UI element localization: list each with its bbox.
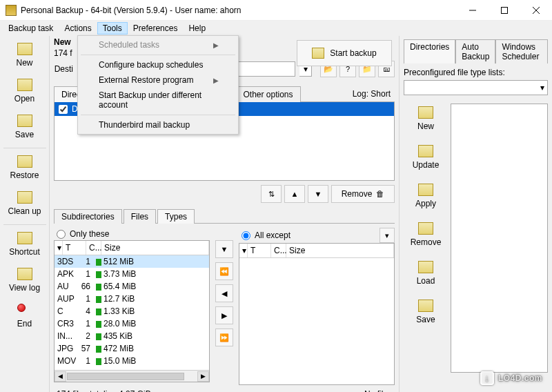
move-up-button[interactable]: ▲ [284,185,305,203]
tab-other-options[interactable]: Other options [235,86,300,102]
save-icon [418,300,433,312]
type-row[interactable]: CR3128.0 MiB [55,317,209,330]
cleanup-icon [17,191,32,204]
horizontal-scrollbar[interactable]: ◀ ▶ [55,370,209,382]
start-backup-icon [312,48,324,59]
type-row[interactable]: IN...2435 KiB [55,330,209,342]
log-label[interactable]: Log: Short [348,86,395,101]
rbtn-load[interactable]: Load [405,258,446,290]
menubar: Backup task Actions Tools Preferences He… [0,21,552,36]
window-title: Personal Backup - 64-bit (Version 5.9.4)… [21,6,457,15]
tool-shortcut[interactable]: Shortcut [3,228,47,262]
all-except-menu[interactable]: ▾ [379,228,395,243]
subtab-types[interactable]: Types [157,209,195,224]
tools-dropdown: Scheduled tasks ▶ Configure backup sched… [77,35,239,135]
viewlog-icon [17,268,32,280]
rtab-autobackup[interactable]: Auto Backup [455,39,495,63]
move-right-button[interactable]: ▶ [215,306,233,324]
chevron-right-icon: ▶ [213,41,219,49]
separator [3,148,46,148]
only-these-list[interactable]: ▾ T C... Size 3DS1512 MiBAPK13.73 MiBAU6… [54,240,210,382]
menu-tools[interactable]: Tools [97,22,128,35]
svg-rect-0 [502,7,508,13]
scroll-left-arrow[interactable]: ◀ [55,371,66,382]
apply-icon [418,184,433,196]
remove-button[interactable]: Remove🗑 [331,185,395,203]
tool-cleanup[interactable]: Clean up [3,187,47,222]
dd-thunderbird[interactable]: Thunderbird mail backup [79,117,237,133]
type-row[interactable]: JPG57472 MiB [55,342,209,355]
rbtn-update[interactable]: Update [405,142,446,174]
titlebar: Personal Backup - 64-bit (Version 5.9.4)… [0,0,552,21]
open-icon [17,79,32,91]
preconf-list[interactable] [451,104,548,373]
update-icon [418,145,433,157]
dd-start-backup-other[interactable]: Start Backup under different account [79,88,237,112]
menu-backup-task[interactable]: Backup task [3,22,59,35]
type-row[interactable]: C41.33 KiB [55,305,209,317]
sub-tabs: Subdirectories Files Types [54,208,395,224]
left-toolbar: New Open Save Restore Clean up Shortcut … [0,36,50,392]
all-except-radio[interactable]: All except [239,229,379,242]
swap-button[interactable]: ⇅ [261,185,282,203]
new-icon [418,106,433,119]
directory-checkbox[interactable] [59,105,68,114]
dd-configure-schedules[interactable]: Configure backup schedules [79,57,237,72]
shortcut-icon [17,232,32,244]
tool-end[interactable]: End [3,300,47,334]
subtab-files[interactable]: Files [124,209,156,224]
app-icon [6,5,17,16]
scroll-right-arrow[interactable]: ▶ [197,371,209,382]
right-tabs: Directories Auto Backup Windows Schedule… [404,39,548,63]
rtab-directories[interactable]: Directories [404,39,455,63]
footer-right: No files [364,389,392,392]
move-left-button[interactable]: ◀ [215,284,233,302]
menu-preferences[interactable]: Preferences [128,22,184,35]
type-row[interactable]: AU6665.4 MiB [55,280,209,293]
close-button[interactable] [520,0,552,21]
move-all-left-button[interactable]: ⏪ [215,262,233,280]
menu-help[interactable]: Help [183,22,211,35]
minimize-button[interactable] [457,0,489,21]
tool-viewlog[interactable]: View log [3,264,47,298]
restore-icon [17,155,32,168]
dd-external-restore[interactable]: External Restore program ▶ [79,72,237,88]
maximize-button[interactable] [489,0,520,21]
type-row[interactable]: APK13.73 MiB [55,268,209,280]
menu-actions[interactable]: Actions [59,22,97,35]
type-row[interactable]: 3DS1512 MiB [55,255,209,268]
menu-separator [81,55,235,55]
start-backup-button[interactable]: Start backup [297,40,392,66]
tool-restore[interactable]: Restore [3,151,47,186]
tool-open[interactable]: Open [3,75,47,109]
all-except-list[interactable]: ▾ T C... Size [239,243,395,385]
right-panel: Directories Auto Backup Windows Schedule… [399,36,552,392]
subtab-subdirectories[interactable]: Subdirectories [54,209,122,224]
rbtn-apply[interactable]: Apply [405,181,446,213]
dd-label: Scheduled tasks [99,40,159,50]
sort-button[interactable]: ▼ [215,240,233,258]
chevron-right-icon: ▶ [213,77,219,84]
only-these-radio[interactable]: Only these [54,228,210,240]
table-header[interactable]: ▾ T C... Size [239,244,394,258]
move-all-right-button[interactable]: ⏩ [215,329,233,346]
type-row[interactable]: MOV115.0 MiB [55,355,209,367]
dd-scheduled-tasks[interactable]: Scheduled tasks ▶ [79,37,237,52]
rbtn-remove[interactable]: Remove [405,219,446,251]
rbtn-save[interactable]: Save [405,297,446,329]
remove-icon: 🗑 [376,189,384,199]
tool-save[interactable]: Save [3,110,47,145]
load-icon [418,261,433,273]
save-icon [17,115,32,127]
type-transfer-buttons: ▼ ⏪ ◀ ▶ ⏩ [215,228,233,385]
new-icon [17,43,32,55]
preconf-dropdown[interactable]: ▾ [404,80,548,95]
move-down-button[interactable]: ▼ [308,185,328,203]
rbtn-new[interactable]: New [405,104,446,135]
rtab-winscheduler[interactable]: Windows Scheduler [495,39,548,63]
tool-new[interactable]: New [3,39,47,73]
table-header[interactable]: ▾ T C... Size [55,241,209,255]
menu-separator [81,115,235,115]
type-row[interactable]: AUP112.7 KiB [55,293,209,305]
scroll-thumb[interactable] [67,373,184,380]
